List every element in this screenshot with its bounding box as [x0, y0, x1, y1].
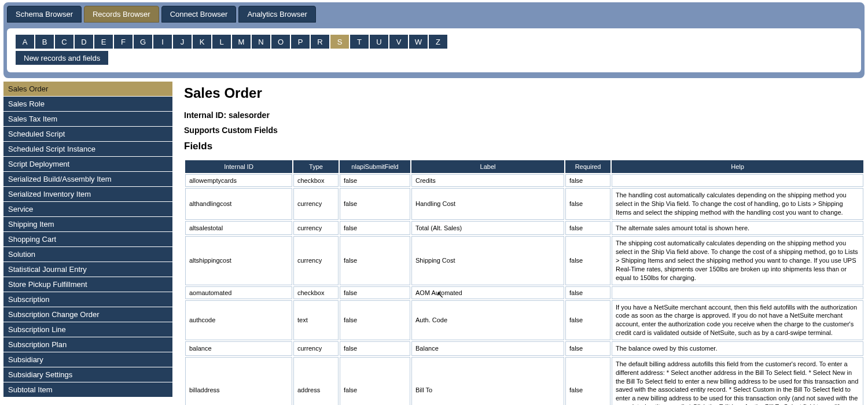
tab-schema-browser[interactable]: Schema Browser [7, 6, 82, 23]
alpha-panel: ABCDEFGIJKLMNOPRSTUVWZ New records and f… [7, 28, 861, 72]
cell-submit: false [340, 188, 410, 220]
cell-submit: false [340, 286, 410, 299]
cell-id: allowemptycards [185, 174, 292, 187]
cell-type: checkbox [293, 174, 339, 187]
col-internal-id: Internal ID [185, 160, 292, 173]
sidebar-item-script-deployment[interactable]: Script Deployment [3, 157, 172, 172]
sidebar-item-scheduled-script[interactable]: Scheduled Script [3, 127, 172, 142]
new-records-fields-button[interactable]: New records and fields [15, 50, 109, 65]
alpha-c[interactable]: C [54, 34, 74, 49]
cell-id: authcode [185, 300, 292, 340]
top-panel: Schema BrowserRecords BrowserConnect Bro… [3, 2, 865, 78]
internal-id-label: Internal ID: salesorder [184, 111, 865, 120]
table-row: balancecurrencyfalseBalancefalseThe bala… [185, 341, 863, 356]
sidebar-item-subscription-plan[interactable]: Subscription Plan [3, 337, 172, 352]
sidebar-item-subscription-change-order[interactable]: Subscription Change Order [3, 307, 172, 322]
sidebar-item-sales-order[interactable]: Sales Order [3, 82, 172, 97]
table-header-row: Internal IDTypenlapiSubmitFieldLabelRequ… [185, 160, 863, 173]
cell-help: The alternate sales amount total is show… [612, 221, 863, 235]
sidebar-item-subtotal-item[interactable]: Subtotal Item [3, 382, 172, 397]
cell-id: altsalestotal [185, 221, 292, 235]
cell-help [612, 174, 863, 187]
table-body: allowemptycardscheckboxfalseCreditsfalse… [185, 174, 863, 405]
cell-type: currency [293, 236, 339, 285]
sidebar-item-shipping-item[interactable]: Shipping Item [3, 217, 172, 232]
cell-label: Credits [411, 174, 564, 187]
cell-req: false [565, 236, 610, 285]
alpha-w[interactable]: W [409, 34, 428, 49]
alpha-r[interactable]: R [310, 34, 330, 49]
alpha-u[interactable]: U [369, 34, 389, 49]
cell-type: currency [293, 341, 339, 356]
cell-submit: false [340, 221, 410, 235]
content: Sales OrderSales RoleSales Tax ItemSched… [3, 82, 865, 405]
cell-label: Shipping Cost [411, 236, 564, 285]
alpha-j[interactable]: J [172, 34, 192, 49]
sidebar: Sales OrderSales RoleSales Tax ItemSched… [3, 82, 172, 405]
alpha-t[interactable]: T [350, 34, 369, 49]
sidebar-item-solution[interactable]: Solution [3, 247, 172, 262]
table-row: billaddressaddressfalseBill TofalseThe d… [185, 357, 863, 405]
fields-heading: Fields [184, 141, 865, 152]
alpha-row: ABCDEFGIJKLMNOPRSTUVWZ [15, 34, 853, 49]
alpha-i[interactable]: I [153, 34, 172, 49]
sidebar-item-store-pickup-fulfillment[interactable]: Store Pickup Fulfillment [3, 277, 172, 292]
cell-id: aomautomated [185, 286, 292, 299]
col-help: Help [612, 160, 863, 173]
alpha-n[interactable]: N [251, 34, 271, 49]
cell-help: The shipping cost automatically calculat… [612, 236, 863, 285]
alpha-b[interactable]: B [35, 34, 54, 49]
alpha-g[interactable]: G [133, 34, 153, 49]
sidebar-item-sales-role[interactable]: Sales Role [3, 97, 172, 112]
sidebar-item-sales-tax-item[interactable]: Sales Tax Item [3, 112, 172, 127]
cell-id: althandlingcost [185, 188, 292, 220]
sidebar-item-scheduled-script-instance[interactable]: Scheduled Script Instance [3, 142, 172, 157]
alpha-k[interactable]: K [192, 34, 212, 49]
cell-label: Handling Cost [411, 188, 564, 220]
sidebar-item-serialized-inventory-item[interactable]: Serialized Inventory Item [3, 187, 172, 202]
alpha-s[interactable]: S [330, 34, 350, 49]
cell-req: false [565, 221, 610, 235]
alpha-f[interactable]: F [113, 34, 133, 49]
table-row: altsalestotalcurrencyfalseTotal (Alt. Sa… [185, 221, 863, 235]
cell-label: Bill To [411, 357, 564, 405]
cell-id: altshippingcost [185, 236, 292, 285]
alpha-a[interactable]: A [15, 34, 35, 49]
table-row: altshippingcostcurrencyfalseShipping Cos… [185, 236, 863, 285]
sidebar-item-subscription-line[interactable]: Subscription Line [3, 322, 172, 337]
sidebar-item-subsidiary-settings[interactable]: Subsidiary Settings [3, 367, 172, 382]
alpha-m[interactable]: M [231, 34, 251, 49]
sidebar-item-subsidiary[interactable]: Subsidiary [3, 352, 172, 367]
alpha-p[interactable]: P [290, 34, 310, 49]
cell-req: false [565, 188, 610, 220]
alpha-d[interactable]: D [74, 34, 94, 49]
cell-type: address [293, 357, 339, 405]
alpha-v[interactable]: V [389, 34, 409, 49]
sidebar-item-statistical-journal-entry[interactable]: Statistical Journal Entry [3, 262, 172, 277]
cell-type: checkbox [293, 286, 339, 299]
sidebar-item-serialized-build-assembly-item[interactable]: Serialized Build/Assembly Item [3, 172, 172, 187]
col-nlapisubmitfield: nlapiSubmitField [340, 160, 410, 173]
alpha-e[interactable]: E [94, 34, 113, 49]
cell-type: currency [293, 221, 339, 235]
cell-submit: false [340, 357, 410, 405]
sidebar-item-subscription[interactable]: Subscription [3, 292, 172, 307]
tab-connect-browser[interactable]: Connect Browser [161, 6, 237, 23]
sidebar-item-service[interactable]: Service [3, 202, 172, 217]
sidebar-item-shopping-cart[interactable]: Shopping Cart [3, 232, 172, 247]
tab-records-browser[interactable]: Records Browser [84, 6, 159, 23]
col-type: Type [293, 160, 339, 173]
table-row: aomautomatedcheckboxfalseAOM Automatedfa… [185, 286, 863, 299]
cell-req: false [565, 174, 610, 187]
cell-type: text [293, 300, 339, 340]
cell-type: currency [293, 188, 339, 220]
table-row: allowemptycardscheckboxfalseCreditsfalse [185, 174, 863, 187]
cell-help: The default billing address autofills th… [612, 357, 863, 405]
col-required: Required [565, 160, 610, 173]
alpha-o[interactable]: O [271, 34, 290, 49]
alpha-l[interactable]: L [212, 34, 231, 49]
cell-id: billaddress [185, 357, 292, 405]
tab-analytics-browser[interactable]: Analytics Browser [238, 6, 315, 23]
cell-help [612, 286, 863, 299]
alpha-z[interactable]: Z [428, 34, 448, 49]
